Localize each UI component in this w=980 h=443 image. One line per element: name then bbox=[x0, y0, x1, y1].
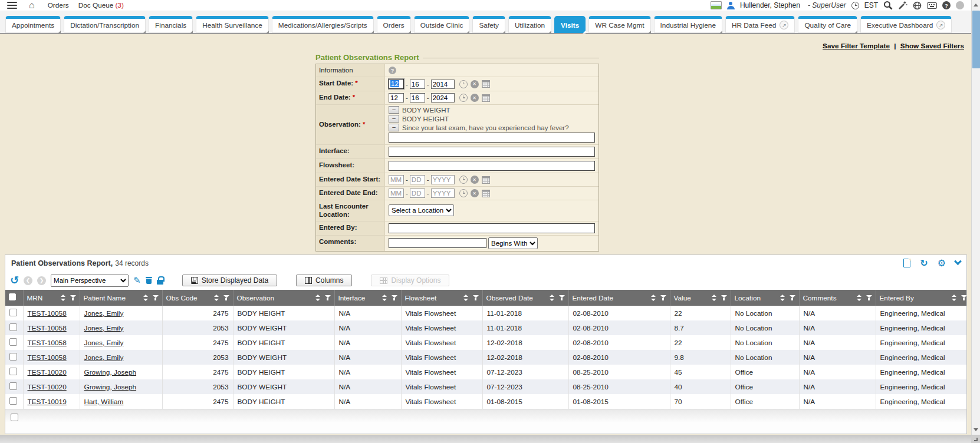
entered-date-end-year-input[interactable] bbox=[431, 189, 455, 198]
column-header-obs-code[interactable]: Obs Code bbox=[162, 290, 233, 306]
sort-icon[interactable] bbox=[952, 295, 956, 301]
previous-perspective-icon[interactable]: ❮ bbox=[24, 276, 32, 285]
tab-dropdown-fold-icon[interactable] bbox=[502, 31, 505, 34]
row-checkbox[interactable] bbox=[9, 353, 17, 361]
filter-icon[interactable] bbox=[392, 295, 397, 301]
select-all-checkbox[interactable] bbox=[9, 293, 16, 300]
tab-dropdown-fold-icon[interactable] bbox=[190, 31, 193, 34]
menu-item-doc-queue[interactable]: Doc Queue(3) bbox=[78, 1, 124, 9]
column-header-value[interactable]: Value bbox=[670, 290, 731, 306]
patient-name-link[interactable]: Growing, Joseph bbox=[84, 383, 137, 391]
column-header-flowsheet[interactable]: Flowsheet bbox=[401, 290, 482, 306]
save-filter-template-link[interactable]: Save Filter Template bbox=[823, 42, 890, 50]
filter-icon[interactable] bbox=[790, 295, 795, 301]
help-icon[interactable]: ? bbox=[942, 1, 951, 9]
information-help-icon[interactable]: ? bbox=[389, 67, 396, 74]
start-date-clear-icon[interactable]: ✕ bbox=[471, 80, 479, 88]
scroll-down-button[interactable] bbox=[972, 425, 980, 434]
tab-utilization[interactable]: Utilization bbox=[508, 16, 551, 33]
tab-executive-dashboard[interactable]: Executive Dashboard↗ bbox=[860, 16, 952, 33]
patient-name-link[interactable]: Jones, Emily bbox=[84, 353, 124, 362]
entered-date-start-year-input[interactable] bbox=[431, 175, 455, 184]
end-date-month-input[interactable] bbox=[389, 93, 404, 103]
menu-item-orders[interactable]: Orders bbox=[48, 1, 69, 9]
sort-icon[interactable] bbox=[61, 295, 65, 301]
scroll-up-button[interactable] bbox=[972, 1, 980, 9]
external-link-icon[interactable]: ↗ bbox=[780, 21, 788, 29]
filter-icon[interactable] bbox=[223, 295, 229, 301]
sort-icon[interactable] bbox=[780, 295, 785, 301]
tab-dropdown-fold-icon[interactable] bbox=[854, 31, 857, 34]
search-icon[interactable] bbox=[883, 1, 893, 10]
end-date-calendar-icon[interactable] bbox=[482, 94, 490, 102]
sort-icon[interactable] bbox=[463, 295, 468, 301]
lock-perspective-icon[interactable] bbox=[157, 276, 163, 285]
next-perspective-icon[interactable]: ❯ bbox=[37, 276, 46, 285]
mrn-link[interactable]: TEST-10019 bbox=[28, 398, 67, 406]
end-date-now-icon[interactable] bbox=[459, 94, 468, 102]
entered-date-end-day-input[interactable] bbox=[410, 189, 425, 198]
home-icon[interactable]: ⌂ bbox=[29, 1, 35, 9]
sort-icon[interactable] bbox=[382, 295, 387, 301]
remove-observation-button[interactable] bbox=[389, 106, 399, 114]
row-checkbox[interactable] bbox=[9, 309, 17, 316]
patient-name-link[interactable]: Jones, Emily bbox=[84, 339, 124, 347]
end-date-clear-icon[interactable]: ✕ bbox=[471, 94, 479, 102]
tab-quality-of-care[interactable]: Quality of Care bbox=[798, 16, 857, 33]
user-icon[interactable] bbox=[727, 2, 735, 9]
tab-industrial-hygiene[interactable]: Industrial Hygiene bbox=[654, 16, 722, 33]
show-saved-filters-link[interactable]: Show Saved Filters bbox=[900, 42, 964, 50]
sort-icon[interactable] bbox=[857, 295, 861, 301]
row-checkbox[interactable] bbox=[11, 414, 18, 421]
external-link-icon[interactable]: ↗ bbox=[936, 21, 945, 29]
column-header-location[interactable]: Location bbox=[731, 290, 799, 306]
start-date-day-input[interactable] bbox=[410, 80, 425, 89]
tab-dictation-transcription[interactable]: Dictation/Transcription bbox=[64, 16, 146, 33]
edit-perspective-icon[interactable]: ✎ bbox=[133, 275, 141, 286]
tab-dropdown-fold-icon[interactable] bbox=[648, 31, 651, 34]
row-checkbox[interactable] bbox=[9, 338, 17, 346]
tab-dropdown-fold-icon[interactable] bbox=[583, 31, 586, 34]
remove-observation-button[interactable] bbox=[389, 124, 399, 131]
mrn-link[interactable]: TEST-10020 bbox=[28, 383, 67, 391]
tab-hr-data-feed[interactable]: HR Data Feed↗ bbox=[725, 16, 795, 33]
mrn-link[interactable]: TEST-10058 bbox=[28, 324, 67, 332]
column-header-mrn[interactable]: MRN bbox=[23, 290, 80, 306]
sort-icon[interactable] bbox=[550, 295, 554, 301]
tab-dropdown-fold-icon[interactable] bbox=[548, 31, 551, 34]
entered-date-end-calendar-icon[interactable] bbox=[482, 190, 490, 197]
vertical-scrollbar[interactable] bbox=[971, 0, 980, 435]
observation-search-input[interactable] bbox=[389, 133, 595, 143]
last-encounter-location-select[interactable]: Select a Location bbox=[389, 204, 454, 216]
tab-visits[interactable]: Visits bbox=[554, 16, 586, 33]
delete-perspective-icon[interactable] bbox=[146, 277, 152, 285]
sort-icon[interactable] bbox=[214, 295, 219, 301]
horizontal-scrollbar[interactable] bbox=[0, 435, 971, 443]
tab-dropdown-fold-icon[interactable] bbox=[143, 31, 146, 34]
comments-match-select[interactable]: Begins With bbox=[488, 237, 538, 249]
tab-dropdown-fold-icon[interactable] bbox=[58, 31, 61, 34]
tab-appointments[interactable]: Appointments bbox=[5, 16, 61, 33]
entered-date-end-clear-icon[interactable]: ✕ bbox=[471, 189, 479, 197]
patient-name-link[interactable]: Jones, Emily bbox=[84, 324, 124, 332]
column-header-entered-date[interactable]: Entered Date bbox=[568, 290, 670, 306]
column-header-entered-by[interactable]: Entered By bbox=[876, 290, 967, 306]
reset-perspective-icon[interactable]: ↺ bbox=[10, 276, 19, 285]
tab-dropdown-fold-icon[interactable] bbox=[466, 31, 469, 34]
filter-icon[interactable] bbox=[473, 295, 479, 301]
mrn-link[interactable]: TEST-10058 bbox=[28, 309, 67, 318]
tab-financials[interactable]: Financials bbox=[149, 16, 193, 33]
column-header-observed-date[interactable]: Observed Date bbox=[482, 290, 568, 306]
tab-orders[interactable]: Orders bbox=[377, 16, 411, 33]
entered-date-start-calendar-icon[interactable] bbox=[482, 176, 490, 184]
end-date-year-input[interactable] bbox=[431, 93, 455, 103]
sort-icon[interactable] bbox=[143, 295, 148, 301]
refresh-icon[interactable]: ↻ bbox=[920, 259, 928, 267]
tab-dropdown-fold-icon[interactable] bbox=[266, 31, 269, 34]
tab-medications-allergies-scripts[interactable]: Medications/Allergies/Scripts bbox=[272, 16, 374, 33]
screenshot-icon[interactable] bbox=[711, 1, 722, 9]
sort-icon[interactable] bbox=[712, 295, 716, 301]
tab-outside-clinic[interactable]: Outside Clinic bbox=[414, 16, 470, 33]
row-checkbox[interactable] bbox=[9, 382, 17, 390]
interface-input[interactable] bbox=[389, 147, 595, 157]
